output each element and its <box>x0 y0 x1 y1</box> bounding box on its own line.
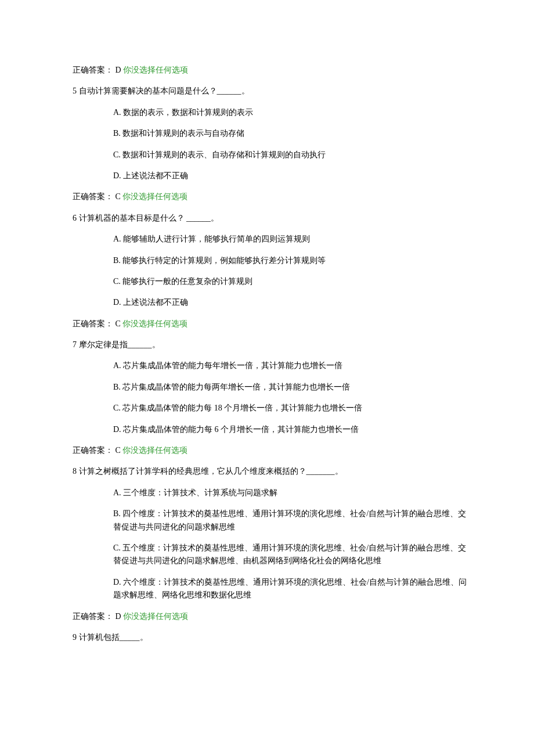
q6-answer-line: 正确答案： C 你没选择任何选项 <box>73 318 470 330</box>
no-select-text: 你没选择任何选项 <box>123 612 188 621</box>
no-select-text: 你没选择任何选项 <box>122 319 187 328</box>
q4-answer-line: 正确答案： D 你没选择任何选项 <box>73 64 470 77</box>
no-select-text: 你没选择任何选项 <box>122 446 187 455</box>
q6-options: A. 能够辅助人进行计算，能够执行简单的四则运算规则 B. 能够执行特定的计算规… <box>73 233 470 309</box>
q7-stem: 7 摩尔定律是指______。 <box>73 339 470 351</box>
q6-option-b: B. 能够执行特定的计算规则，例如能够执行差分计算规则等 <box>113 254 470 267</box>
answer-label: 正确答案： <box>73 66 113 74</box>
q6-stem: 6 计算机器的基本目标是什么？ ______。 <box>73 212 470 225</box>
q5-option-b: B. 数据和计算规则的表示与自动存储 <box>113 127 470 140</box>
q5-option-c: C. 数据和计算规则的表示、自动存储和计算规则的自动执行 <box>113 149 470 161</box>
q4-answer-letter: D <box>116 66 124 74</box>
no-select-text: 你没选择任何选项 <box>122 192 187 201</box>
q6-option-d: D. 上述说法都不正确 <box>113 296 470 309</box>
q8-option-c: C. 五个维度：计算技术的奠基性思维、通用计算环境的演化思维、社会/自然与计算的… <box>113 542 470 568</box>
q7-option-b: B. 芯片集成晶体管的能力每两年增长一倍，其计算能力也增长一倍 <box>113 381 470 394</box>
answer-label: 正确答案： <box>73 192 113 201</box>
q8-option-a: A. 三个维度：计算技术、计算系统与问题求解 <box>113 487 470 499</box>
no-select-text: 你没选择任何选项 <box>123 66 188 74</box>
q6-option-a: A. 能够辅助人进行计算，能够执行简单的四则运算规则 <box>113 233 470 246</box>
answer-label: 正确答案： <box>73 319 113 328</box>
q5-option-a: A. 数据的表示，数据和计算规则的表示 <box>113 106 470 119</box>
q7-option-d: D. 芯片集成晶体管的能力每 6 个月增长一倍，其计算能力也增长一倍 <box>113 423 470 436</box>
question-5: 5 自动计算需要解决的基本问题是什么？______。 A. 数据的表示，数据和计… <box>73 85 470 182</box>
question-8: 8 计算之树概括了计算学科的经典思维，它从几个维度来概括的？_______。 A… <box>73 465 470 602</box>
q8-answer-letter: D <box>116 612 124 621</box>
q7-options: A. 芯片集成晶体管的能力每年增长一倍，其计算能力也增长一倍 B. 芯片集成晶体… <box>73 359 470 436</box>
answer-label: 正确答案： <box>73 612 113 621</box>
q9-stem: 9 计算机包括_____。 <box>73 631 470 644</box>
q8-option-d: D. 六个维度：计算技术的奠基性思维、通用计算环境的演化思维、社会/自然与计算的… <box>113 576 470 602</box>
q7-option-c: C. 芯片集成晶体管的能力每 18 个月增长一倍，其计算能力也增长一倍 <box>113 402 470 415</box>
question-7: 7 摩尔定律是指______。 A. 芯片集成晶体管的能力每年增长一倍，其计算能… <box>73 339 470 436</box>
q5-answer-letter: C <box>116 192 123 201</box>
question-6: 6 计算机器的基本目标是什么？ ______。 A. 能够辅助人进行计算，能够执… <box>73 212 470 309</box>
q5-options: A. 数据的表示，数据和计算规则的表示 B. 数据和计算规则的表示与自动存储 C… <box>73 106 470 183</box>
q8-option-b: B. 四个维度：计算技术的奠基性思维、通用计算环境的演化思维、社会/自然与计算的… <box>113 507 470 534</box>
q7-answer-letter: C <box>116 446 123 455</box>
q5-option-d: D. 上述说法都不正确 <box>113 170 470 182</box>
answer-label: 正确答案： <box>73 446 113 455</box>
q7-answer-line: 正确答案： C 你没选择任何选项 <box>73 444 470 457</box>
q8-stem: 8 计算之树概括了计算学科的经典思维，它从几个维度来概括的？_______。 <box>73 465 470 478</box>
q8-options: A. 三个维度：计算技术、计算系统与问题求解 B. 四个维度：计算技术的奠基性思… <box>73 487 470 602</box>
q8-answer-line: 正确答案： D 你没选择任何选项 <box>73 610 470 623</box>
q6-answer-letter: C <box>116 319 123 328</box>
q5-answer-line: 正确答案： C 你没选择任何选项 <box>73 190 470 203</box>
document-page: 正确答案： D 你没选择任何选项 5 自动计算需要解决的基本问题是什么？____… <box>0 0 534 756</box>
q7-option-a: A. 芯片集成晶体管的能力每年增长一倍，其计算能力也增长一倍 <box>113 359 470 372</box>
q5-stem: 5 自动计算需要解决的基本问题是什么？______。 <box>73 85 470 98</box>
question-9: 9 计算机包括_____。 <box>73 631 470 644</box>
q6-option-c: C. 能够执行一般的任意复杂的计算规则 <box>113 275 470 288</box>
